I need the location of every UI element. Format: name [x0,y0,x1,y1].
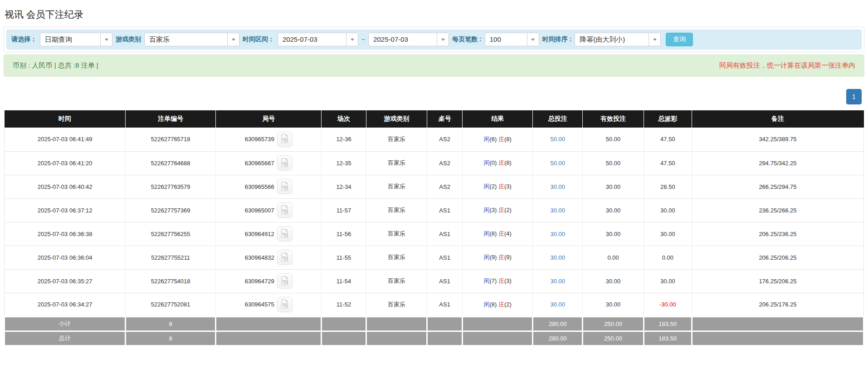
query-type-select[interactable]: 日期查询 [40,33,112,46]
total-row-cell-0: 总计 [5,331,126,345]
cell-remark: 266.25/294.75 [692,175,863,198]
caret-down-icon [346,33,358,46]
round-number: 630965007 [245,207,274,214]
sort-label: 时间排序 : [542,35,572,44]
table-header-row: 时间 注单编号 局号 场次 游戏类别 桌号 结果 总投注 有效投注 总派彩 备注 [5,110,864,128]
time-range-label: 时间区间： [243,35,274,44]
result-banker-score: (4) [504,230,512,237]
round-number: 630964729 [245,278,274,285]
video-replay-button[interactable] [277,297,293,312]
date-from-select[interactable]: 2025-07-03 [278,33,358,46]
table-row: 2025-07-03 06:40:42522627763579630965566… [5,175,864,198]
cell-valid-bet: 30.00 [583,222,644,246]
result-banker-score: (8) [504,136,512,143]
result-player: 闲 [483,136,489,143]
result-banker: 庄 [498,254,504,261]
video-replay-button[interactable] [277,226,293,242]
total-bet-link[interactable]: 30.00 [551,278,566,285]
caret-down-icon [100,33,112,46]
subtotal-row-cell-5 [427,316,463,331]
total-row-cell-9: 183.50 [644,331,692,345]
cell-game-type: 百家乐 [366,198,427,222]
total-bet-link[interactable]: 30.00 [551,254,566,261]
cell-session: 11-57 [322,198,366,222]
cell-round: 630964729 [216,269,322,293]
cell-total-bet: 30.00 [533,293,583,316]
date-to-value: 2025-07-03 [369,33,437,46]
video-replay-button[interactable] [277,155,293,171]
col-header-session: 场次 [322,110,366,128]
round-cell: 630964729 [245,273,293,289]
result-banker: 庄 [498,301,504,308]
total-row-cell-7: 280.00 [533,331,583,345]
table-row: 2025-07-03 06:36:04522627755211630964832… [5,246,864,269]
col-header-payout: 总派彩 [644,110,692,128]
video-clip-icon [280,252,289,263]
cell-round: 630965007 [216,198,322,222]
page-button-1[interactable]: 1 [846,89,862,104]
cell-session: 12-36 [322,128,366,151]
video-replay-button[interactable] [277,132,293,147]
col-header-table-no: 桌号 [427,110,463,128]
cell-bet-id: 522627757369 [126,198,216,222]
video-replay-button[interactable] [277,273,293,289]
result-player-score: (2) [489,183,498,190]
cell-session: 12-34 [322,175,366,198]
cell-time: 2025-07-03 06:40:42 [5,175,126,198]
total-bet-link[interactable]: 50.00 [551,160,566,167]
cell-result: 闲(2) 庄(3) [462,175,532,198]
result-player: 闲 [483,254,489,261]
video-replay-button[interactable] [277,202,293,218]
cell-total-bet: 50.00 [533,151,583,175]
caret-down-icon [527,33,539,46]
cell-bet-id: 522627756255 [126,222,216,246]
cell-bet-id: 522627764688 [126,151,216,175]
result-banker-score: (9) [504,254,512,261]
table-row: 2025-07-03 06:34:27522627752081630964575… [5,293,864,316]
video-replay-button[interactable] [277,250,293,265]
round-cell: 630965007 [245,202,293,218]
subtotal-row-cell-1: 8 [126,316,216,331]
total-bet-link[interactable]: 50.00 [551,136,566,143]
total-bet-link[interactable]: 30.00 [551,301,566,308]
cell-remark: 294.75/342.25 [692,151,863,175]
caret-down-icon [649,33,660,46]
video-replay-button[interactable] [277,179,293,194]
cell-total-bet: 50.00 [533,128,583,151]
result-banker: 庄 [498,136,504,143]
subtotal-row-cell-7: 280.00 [533,316,583,331]
video-clip-icon [280,205,289,216]
total-bet-link[interactable]: 30.00 [551,207,566,214]
table-row: 2025-07-03 06:35:27522627754018630964729… [5,269,864,293]
query-button[interactable]: 查询 [666,33,693,46]
subtotal-row-cell-2 [216,316,322,331]
cell-round: 630964575 [216,293,322,316]
col-header-result: 结果 [462,110,532,128]
sort-select[interactable]: 降幂(由大到小) [575,33,661,46]
result-banker-score: (3) [504,183,512,190]
cell-game-type: 百家乐 [366,293,427,316]
cell-table-no: AS1 [427,269,463,293]
result-player-score: (3) [489,207,498,213]
total-row-cell-6 [462,331,532,345]
game-type-select[interactable]: 百家乐 [144,33,239,46]
total-row: 总计8280.00250.00183.50 [5,331,864,345]
total-row-cell-2 [216,331,322,345]
cell-result: 闲(9) 庄(9) [462,246,532,269]
date-to-select[interactable]: 2025-07-03 [368,33,449,46]
cell-valid-bet: 30.00 [583,293,644,316]
cell-valid-bet: 0.00 [583,246,644,269]
filter-bar: 请选择： 日期查询 游戏类别 百家乐 时间区间： 2025-07-03 ~ 20… [6,30,862,49]
round-cell: 630965566 [245,179,293,194]
total-bet-link[interactable]: 30.00 [551,231,566,237]
cell-payout: 47.50 [644,151,692,175]
result-banker: 庄 [498,277,504,284]
cell-result: 闲(6) 庄(8) [462,128,532,151]
cell-valid-bet: 30.00 [583,175,644,198]
page-size-select[interactable]: 100 [485,33,539,46]
cell-total-bet: 30.00 [533,269,583,293]
result-banker: 庄 [498,230,504,237]
cell-result: 闲(0) 庄(8) [462,151,532,175]
bet-records-table: 时间 注单编号 局号 场次 游戏类别 桌号 结果 总投注 有效投注 总派彩 备注… [4,110,864,346]
total-bet-link[interactable]: 30.00 [551,183,566,190]
